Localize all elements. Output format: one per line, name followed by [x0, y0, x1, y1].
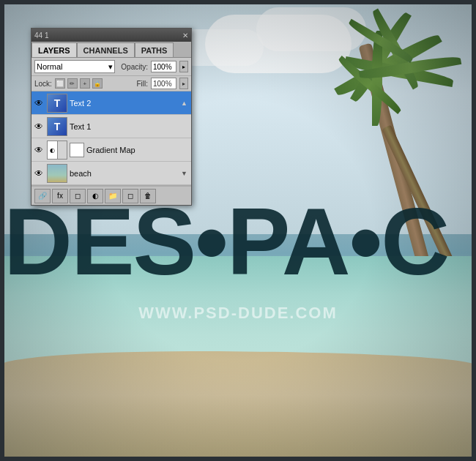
- blend-mode-label: Normal: [37, 62, 62, 71]
- watermark-text: WWW.PSD-DUDE.COM: [0, 304, 476, 323]
- new-layer-button[interactable]: ◻: [122, 189, 138, 203]
- adjustment-icon: ◐: [92, 192, 99, 200]
- tab-channels[interactable]: CHANNELS: [77, 42, 135, 57]
- link-layers-button[interactable]: 🔗: [34, 189, 51, 203]
- opacity-label: Opacity:: [121, 63, 148, 71]
- fx-icon: fx: [57, 192, 63, 200]
- layer-name-text1: Text 1: [70, 122, 190, 131]
- opacity-value-text: 100%: [153, 63, 172, 71]
- layer-name-beach: beach: [70, 169, 179, 178]
- opacity-arrow-btn[interactable]: ▸: [179, 61, 188, 72]
- layer-visibility-text2[interactable]: 👁: [33, 97, 45, 109]
- layers-list: 👁 T Text 2 ▲ 👁 T Text 1 👁 ◐ Gradient Map: [31, 91, 191, 186]
- lock-position-icon[interactable]: ✏: [67, 78, 78, 89]
- link-icon: 🔗: [38, 192, 47, 200]
- new-layer-icon: ◻: [127, 192, 133, 200]
- panel-titlebar: 44 1 ✕: [31, 29, 191, 42]
- blend-mode-arrow: ▾: [108, 62, 113, 72]
- layer-mask-thumbnail: [70, 143, 84, 157]
- tab-layers[interactable]: LAYERS: [31, 42, 77, 57]
- layer-item-text1[interactable]: 👁 T Text 1: [31, 115, 191, 138]
- blend-mode-row: Normal ▾ Opacity: 100% ▸: [31, 58, 191, 76]
- fill-label: Fill:: [136, 80, 148, 88]
- mask-icon: ◻: [75, 192, 81, 200]
- lock-label: Lock:: [34, 80, 52, 88]
- layer-thumbnail-beach: [47, 164, 67, 183]
- layers-panel: 44 1 ✕ LAYERS CHANNELS PATHS Normal ▾ Op…: [31, 28, 192, 206]
- opacity-input[interactable]: 100%: [151, 61, 176, 72]
- scroll-arrow-down[interactable]: ▼: [181, 170, 190, 177]
- blend-mode-select[interactable]: Normal ▾: [34, 60, 115, 73]
- panel-tabs: LAYERS CHANNELS PATHS: [31, 42, 191, 58]
- adjustment-layer-button[interactable]: ◐: [87, 189, 103, 203]
- lock-move-icon[interactable]: +: [80, 78, 90, 89]
- new-group-button[interactable]: 📁: [105, 189, 121, 203]
- trash-icon: 🗑: [144, 192, 152, 200]
- delete-layer-button[interactable]: 🗑: [140, 189, 156, 203]
- layer-item-text2[interactable]: 👁 T Text 2 ▲: [31, 91, 191, 115]
- fill-input[interactable]: 100%: [151, 78, 176, 89]
- main-text-overlay: DES•PA•C: [0, 194, 476, 289]
- layer-visibility-beach[interactable]: 👁: [33, 168, 45, 179]
- fill-arrow-btn[interactable]: ▸: [179, 78, 188, 89]
- lock-pixels-icon[interactable]: ⬜: [55, 78, 65, 89]
- folder-icon: 📁: [108, 192, 117, 200]
- layer-item-gradient[interactable]: 👁 ◐ Gradient Map: [31, 138, 191, 162]
- layer-visibility-text1[interactable]: 👁: [33, 121, 45, 132]
- add-style-button[interactable]: fx: [52, 189, 68, 203]
- panel-titlebar-icons: ✕: [182, 31, 188, 40]
- layers-toolbar: 🔗 fx ◻ ◐ 📁 ◻ 🗑: [31, 186, 191, 205]
- layer-visibility-gradient[interactable]: 👁: [33, 144, 45, 156]
- lock-all-icon[interactable]: 🔒: [92, 78, 103, 89]
- layer-thumbnail-mask: ◐: [47, 140, 67, 160]
- fill-value-text: 100%: [153, 80, 172, 88]
- layer-item-beach[interactable]: 👁 beach ▼: [31, 162, 191, 185]
- layer-name-gradient: Gradient Map: [86, 146, 190, 154]
- lock-row: Lock: ⬜ ✏ + 🔒 Fill: 100% ▸: [31, 76, 191, 91]
- close-button[interactable]: ✕: [182, 31, 188, 40]
- tab-paths[interactable]: PATHS: [135, 42, 174, 57]
- layer-name-text2: Text 2: [70, 99, 179, 108]
- panel-title: 44 1: [34, 31, 48, 40]
- add-mask-button[interactable]: ◻: [70, 189, 86, 203]
- layer-thumbnail-text1: T: [47, 117, 67, 136]
- lock-icons: ⬜ ✏ + 🔒: [55, 78, 103, 89]
- scroll-arrow-up[interactable]: ▲: [181, 100, 190, 107]
- layer-thumbnail-text2: T: [47, 94, 67, 113]
